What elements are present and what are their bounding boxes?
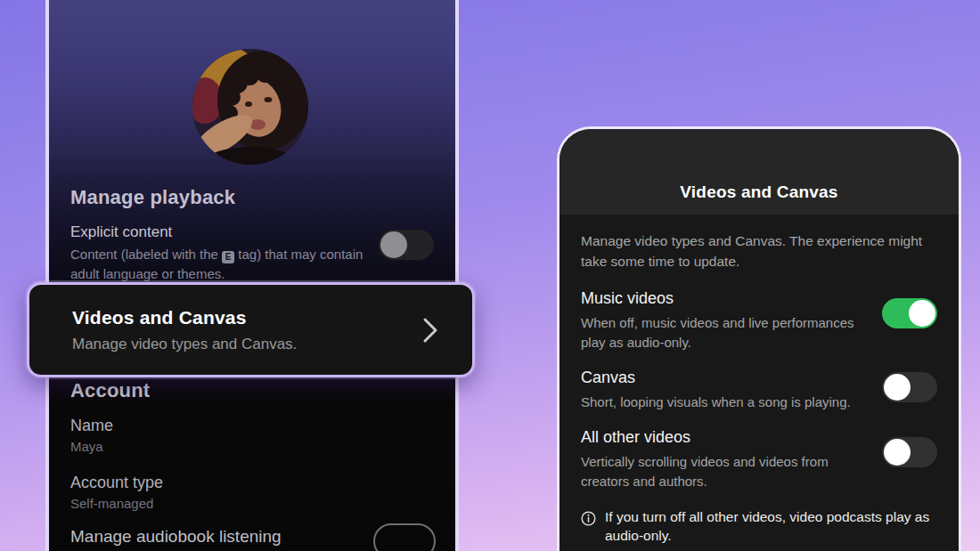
- videos-and-canvas-screen-right-phone: Videos and Canvas Manage video types and…: [557, 126, 961, 551]
- all-other-videos-description: Vertically scrolling videos and videos f…: [581, 452, 857, 491]
- toggle-knob: [380, 231, 407, 258]
- all-other-videos-toggle[interactable]: [882, 437, 937, 467]
- info-note-text: If you turn off all other videos, video …: [605, 507, 937, 545]
- toggle-knob: [884, 439, 911, 466]
- music-videos-toggle[interactable]: [882, 298, 937, 328]
- all-other-videos-row: All other videos Vertically scrolling vi…: [581, 428, 937, 491]
- promo-background: Manage playback Explicit content Content…: [0, 0, 980, 551]
- music-videos-label: Music videos: [581, 289, 857, 308]
- toggle-knob: [909, 300, 935, 327]
- music-videos-description: When off, music videos and live performa…: [581, 313, 857, 352]
- screen-title: Videos and Canvas: [680, 182, 837, 202]
- account-type-value: Self-managed: [70, 496, 153, 511]
- canvas-toggle[interactable]: [882, 372, 937, 402]
- toggle-knob: [884, 374, 911, 401]
- card-subtitle: Manage video types and Canvas.: [72, 336, 422, 353]
- explicit-tag-icon: E: [222, 251, 234, 263]
- info-icon: [581, 511, 596, 526]
- account-type-label[interactable]: Account type: [70, 474, 163, 492]
- audiobook-toggle[interactable]: [373, 523, 436, 551]
- card-title: Videos and Canvas: [72, 307, 422, 328]
- explicit-content-label: Explicit content: [70, 223, 172, 241]
- profile-avatar[interactable]: [192, 49, 308, 165]
- all-other-videos-label: All other videos: [581, 428, 857, 447]
- info-note: If you turn off all other videos, video …: [581, 507, 937, 545]
- explicit-content-toggle[interactable]: [379, 230, 434, 260]
- explicit-desc-text: Content (labeled with the: [70, 247, 222, 262]
- manage-playback-heading: Manage playback: [70, 186, 235, 209]
- settings-screen-left-phone: Manage playback Explicit content Content…: [45, 0, 459, 551]
- account-heading: Account: [70, 379, 150, 402]
- name-label[interactable]: Name: [70, 417, 113, 435]
- canvas-label: Canvas: [581, 369, 857, 387]
- manage-audiobook-listening-label[interactable]: Manage audiobook listening: [70, 527, 282, 547]
- explicit-content-description: Content (labeled with the E tag) that ma…: [70, 245, 382, 284]
- screen-description: Manage video types and Canvas. The exper…: [581, 231, 937, 271]
- chevron-right-icon: [422, 317, 438, 344]
- music-videos-row: Music videos When off, music videos and …: [581, 289, 937, 352]
- videos-and-canvas-menu-item[interactable]: Videos and Canvas Manage video types and…: [27, 282, 475, 377]
- canvas-row: Canvas Short, looping visuals when a son…: [581, 369, 937, 412]
- name-value: Maya: [70, 439, 103, 454]
- canvas-description: Short, looping visuals when a song is pl…: [581, 393, 857, 412]
- screen-header: Videos and Canvas: [559, 129, 959, 215]
